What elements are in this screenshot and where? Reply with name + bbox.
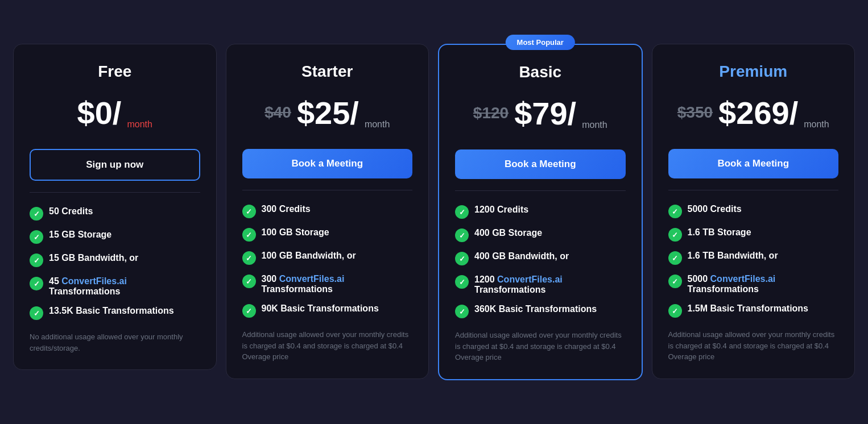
check-icon-starter-0: ✓	[242, 205, 256, 218]
features-list-starter: ✓300 Credits✓100 GB Storage✓100 GB Bandw…	[242, 204, 413, 318]
plan-card-basic: Most PopularBasic$120$79/monthBook a Mee…	[438, 44, 643, 380]
most-popular-badge: Most Popular	[506, 35, 575, 50]
check-icon-free-4: ✓	[30, 306, 43, 320]
price-period-free: month	[127, 119, 152, 135]
price-container-free: $0/month	[30, 90, 200, 135]
price-current-free: $0/	[77, 94, 122, 131]
plan-name-free: Free	[30, 63, 200, 81]
feature-item-free-3: ✓45 ConvertFiles.ai Transformations	[30, 276, 200, 297]
feature-item-premium-1: ✓1.6 TB Storage	[668, 227, 839, 242]
price-original-basic: $120	[473, 104, 509, 122]
features-list-basic: ✓1200 Credits✓400 GB Storage✓400 GB Band…	[455, 205, 626, 318]
check-icon-free-1: ✓	[30, 230, 43, 244]
pricing-container: Free$0/monthSign up now✓50 Credits✓15 GB…	[13, 44, 855, 380]
overage-note-basic: Additional usage allowed over your month…	[455, 330, 626, 363]
feature-text-premium-0: 5000 Credits	[688, 204, 742, 214]
feature-item-starter-3: ✓300 ConvertFiles.ai Transformations	[242, 274, 413, 294]
plan-name-basic: Basic	[455, 63, 626, 81]
price-period-starter: month	[365, 119, 390, 135]
feature-text-starter-3: 300 ConvertFiles.ai Transformations	[262, 274, 413, 294]
feature-item-free-4: ✓13.5K Basic Transformations	[30, 306, 200, 320]
overage-note-free: No additional usage allowed over your mo…	[30, 331, 200, 354]
price-current-starter: $25/	[297, 94, 359, 131]
feature-item-basic-3: ✓1200 ConvertFiles.ai Transformations	[455, 275, 626, 295]
feature-item-basic-4: ✓360K Basic Transformations	[455, 304, 626, 318]
plan-name-premium: Premium	[668, 63, 839, 81]
price-container-basic: $120$79/month	[455, 90, 626, 136]
feature-text-basic-2: 400 GB Bandwidth, or	[474, 251, 569, 261]
price-container-premium: $350$269/month	[668, 90, 839, 135]
check-icon-free-2: ✓	[30, 253, 43, 267]
check-icon-premium-1: ✓	[668, 228, 682, 242]
feature-item-basic-1: ✓400 GB Storage	[455, 228, 626, 242]
check-icon-premium-0: ✓	[668, 205, 682, 218]
check-icon-premium-2: ✓	[668, 251, 682, 265]
feature-item-starter-2: ✓100 GB Bandwidth, or	[242, 251, 413, 265]
cta-button-basic[interactable]: Book a Meeting	[455, 149, 626, 179]
feature-link-free-3[interactable]: ConvertFiles.ai	[61, 276, 127, 286]
price-original-premium: $350	[677, 103, 713, 122]
price-current-basic: $79/	[514, 95, 576, 132]
check-icon-basic-2: ✓	[455, 252, 469, 265]
check-icon-free-3: ✓	[30, 277, 43, 290]
feature-text-basic-1: 400 GB Storage	[474, 228, 542, 238]
cta-button-starter[interactable]: Book a Meeting	[242, 149, 413, 178]
plan-card-free: Free$0/monthSign up now✓50 Credits✓15 GB…	[13, 44, 217, 370]
feature-text-premium-2: 1.6 TB Bandwidth, or	[688, 251, 778, 261]
cta-button-free[interactable]: Sign up now	[30, 149, 200, 181]
feature-item-basic-2: ✓400 GB Bandwidth, or	[455, 251, 626, 265]
feature-item-free-2: ✓15 GB Bandwidth, or	[30, 253, 200, 267]
overage-note-starter: Additional usage allowed over your month…	[242, 329, 413, 363]
feature-text-starter-4: 90K Basic Transformations	[262, 304, 379, 314]
features-list-free: ✓50 Credits✓15 GB Storage✓15 GB Bandwidt…	[30, 206, 200, 320]
divider-premium	[668, 190, 839, 190]
plan-name-starter: Starter	[242, 63, 413, 81]
divider-starter	[242, 190, 413, 190]
feature-link-starter-3[interactable]: ConvertFiles.ai	[279, 274, 345, 284]
feature-text-premium-3: 5000 ConvertFiles.ai Transformations	[688, 274, 839, 294]
price-period-basic: month	[582, 120, 607, 136]
feature-text-basic-0: 1200 Credits	[474, 205, 528, 215]
divider-free	[30, 192, 200, 193]
feature-item-starter-0: ✓300 Credits	[242, 204, 413, 218]
check-icon-basic-3: ✓	[455, 275, 469, 289]
feature-text-free-0: 50 Credits	[49, 206, 93, 217]
check-icon-basic-1: ✓	[455, 228, 469, 242]
feature-text-free-1: 15 GB Storage	[49, 230, 111, 240]
check-icon-basic-0: ✓	[455, 205, 469, 219]
feature-link-premium-3[interactable]: ConvertFiles.ai	[710, 274, 776, 284]
feature-item-basic-0: ✓1200 Credits	[455, 205, 626, 219]
features-list-premium: ✓5000 Credits✓1.6 TB Storage✓1.6 TB Band…	[668, 204, 839, 318]
feature-text-starter-2: 100 GB Bandwidth, or	[262, 251, 356, 261]
check-icon-starter-2: ✓	[242, 251, 256, 265]
feature-text-basic-3: 1200 ConvertFiles.ai Transformations	[474, 275, 626, 295]
divider-basic	[455, 190, 626, 191]
feature-item-starter-4: ✓90K Basic Transformations	[242, 304, 413, 318]
feature-item-free-1: ✓15 GB Storage	[30, 230, 200, 244]
plan-card-starter: Starter$40$25/monthBook a Meeting✓300 Cr…	[226, 44, 429, 379]
check-icon-basic-4: ✓	[455, 305, 469, 318]
feature-text-starter-1: 100 GB Storage	[262, 227, 329, 238]
feature-text-starter-0: 300 Credits	[262, 204, 311, 214]
feature-link-basic-3[interactable]: ConvertFiles.ai	[497, 275, 563, 284]
feature-item-starter-1: ✓100 GB Storage	[242, 227, 413, 242]
overage-note-premium: Additional usage allowed over your month…	[668, 329, 839, 363]
feature-item-free-0: ✓50 Credits	[30, 206, 200, 221]
plan-card-premium: Premium$350$269/monthBook a Meeting✓5000…	[652, 44, 855, 379]
check-icon-starter-1: ✓	[242, 228, 256, 242]
feature-text-free-3: 45 ConvertFiles.ai Transformations	[49, 276, 200, 297]
check-icon-premium-3: ✓	[668, 275, 682, 288]
feature-text-premium-1: 1.6 TB Storage	[688, 227, 751, 238]
feature-text-premium-4: 1.5M Basic Transformations	[688, 304, 809, 314]
feature-item-premium-4: ✓1.5M Basic Transformations	[668, 304, 839, 318]
feature-item-premium-0: ✓5000 Credits	[668, 204, 839, 218]
feature-text-basic-4: 360K Basic Transformations	[474, 304, 597, 314]
feature-text-free-4: 13.5K Basic Transformations	[49, 306, 174, 316]
feature-item-premium-3: ✓5000 ConvertFiles.ai Transformations	[668, 274, 839, 294]
feature-text-free-2: 15 GB Bandwidth, or	[49, 253, 138, 263]
check-icon-premium-4: ✓	[668, 304, 682, 318]
check-icon-starter-4: ✓	[242, 304, 256, 318]
cta-button-premium[interactable]: Book a Meeting	[668, 149, 839, 178]
price-period-premium: month	[804, 119, 829, 135]
price-container-starter: $40$25/month	[242, 90, 413, 135]
